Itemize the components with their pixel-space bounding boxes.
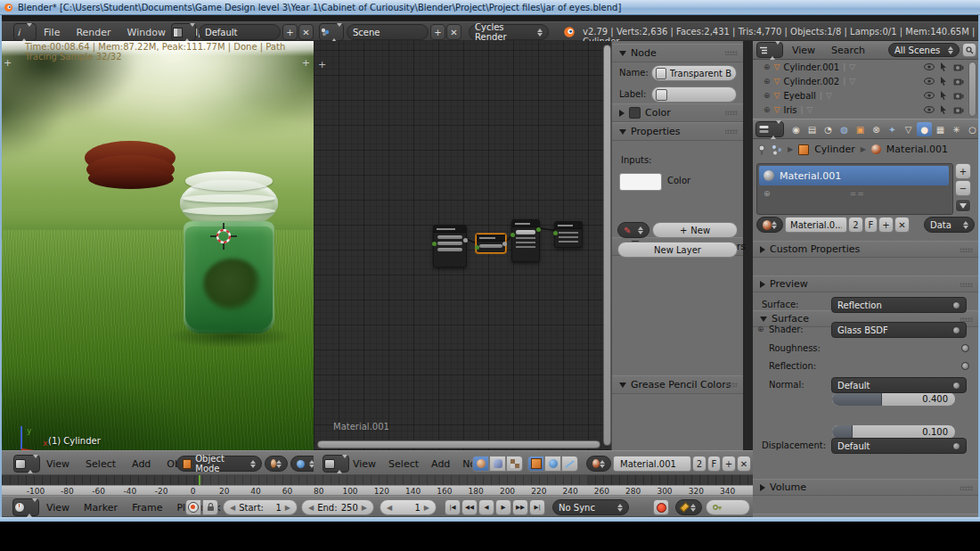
close-scene-button[interactable]: ✕ <box>446 24 461 40</box>
panel-grip[interactable] <box>960 248 973 252</box>
scene-selector-icon-button[interactable] <box>319 23 344 41</box>
visibility-eye-icon[interactable] <box>924 63 935 70</box>
tab-object-data[interactable]: ▽ <box>901 122 916 136</box>
viewport-editor-type-button[interactable] <box>13 455 40 473</box>
renderable-camera-icon[interactable] <box>953 92 964 100</box>
node-glass-bsdf[interactable] <box>433 225 467 267</box>
window-titlebar[interactable]: Blender* [C:\Users\Student\Documents\Gam… <box>0 0 980 15</box>
normal-dropdown[interactable]: Default <box>831 377 967 393</box>
renderable-camera-icon[interactable] <box>953 106 964 114</box>
node-editor-canvas[interactable]: + <box>314 41 611 450</box>
selectable-cursor-icon[interactable] <box>940 62 947 71</box>
viewport-3d[interactable]: Time:00:08.64 | Mem:87.22M, Peak:111.77M… <box>2 41 314 450</box>
unlink-material-button[interactable]: ✕ <box>737 456 751 472</box>
node-material-output[interactable] <box>554 221 583 248</box>
outliner-editor-type-button[interactable] <box>756 42 783 58</box>
object-name[interactable]: Cylinder.002 <box>783 77 839 86</box>
tab-particles[interactable]: ✳ <box>949 122 964 136</box>
viewport-menu-item[interactable]: Add <box>132 458 151 470</box>
timeline-editor-type-button[interactable] <box>12 498 39 516</box>
tab-world[interactable]: ◍ <box>837 122 852 136</box>
selectable-cursor-icon[interactable] <box>940 77 947 86</box>
panel-grip[interactable] <box>960 486 973 490</box>
panel-header-custom-properties[interactable]: Custom Properties <box>753 241 978 258</box>
node-transparent-bsdf-selected[interactable] <box>476 234 506 253</box>
pin-icon[interactable] <box>757 144 766 155</box>
panel-grip[interactable] <box>725 51 738 55</box>
outliner-menu-item[interactable]: Search <box>831 45 865 56</box>
material-browse-dropdown[interactable] <box>586 456 611 472</box>
node-mix-shader[interactable] <box>511 219 540 262</box>
node-editor-hscrollbar[interactable] <box>317 440 600 448</box>
panel-grip[interactable] <box>725 129 738 134</box>
material-users-button[interactable]: 2 <box>848 217 863 233</box>
tab-modifiers[interactable]: ✦ <box>885 122 900 136</box>
surface-dropdown[interactable]: Reflection <box>831 297 967 313</box>
properties-editor-type-button[interactable] <box>755 121 784 137</box>
scene-field[interactable]: Scene <box>347 24 429 40</box>
unlink-material-button[interactable]: ✕ <box>894 217 910 233</box>
node-socket[interactable] <box>502 242 507 246</box>
remove-material-slot-button[interactable]: − <box>955 180 971 196</box>
timeline-ruler[interactable]: -100-80-60-40-20020406080100120140160180… <box>2 485 753 496</box>
tab-texture[interactable]: ▦ <box>933 122 948 136</box>
close-layout-button[interactable]: ✕ <box>298 24 314 40</box>
expand-icon[interactable]: ⊕ <box>764 77 771 86</box>
tab-physics[interactable]: ○ <box>965 122 978 136</box>
timeline-frames-strip[interactable] <box>2 475 753 485</box>
screen-layout-icon-button[interactable] <box>171 23 196 41</box>
gp-new-button[interactable]: +New <box>652 222 738 238</box>
tab-material-active[interactable]: ● <box>917 122 932 136</box>
drag-grip-icon[interactable]: == <box>850 189 865 198</box>
playback-button[interactable]: ▶| <box>529 499 545 515</box>
keying-set-dropdown[interactable] <box>675 499 702 515</box>
info-menu-item[interactable]: File <box>44 27 60 38</box>
new-material-button[interactable]: + <box>722 456 736 472</box>
viewport-menu-item[interactable]: View <box>46 458 69 470</box>
outliner-scope-dropdown[interactable]: All Scenes <box>888 43 960 57</box>
shader-type-material-toggle[interactable] <box>472 456 489 472</box>
breadcrumb-object[interactable]: Cylinder <box>814 144 855 155</box>
new-material-button[interactable]: + <box>878 217 894 233</box>
tab-constraints[interactable]: ⊗ <box>869 122 884 136</box>
frame-start-field[interactable]: ◀Start:1▶ <box>223 499 298 515</box>
playback-button[interactable]: |◀ <box>445 499 461 515</box>
tab-scene[interactable]: ◔ <box>821 122 836 136</box>
material-specials-button[interactable] <box>955 199 971 212</box>
selectable-cursor-icon[interactable] <box>940 105 947 114</box>
node-socket[interactable] <box>510 233 515 237</box>
current-frame-marker[interactable] <box>199 475 200 485</box>
context-world-toggle[interactable] <box>544 456 561 472</box>
panel-header-properties[interactable]: Properties <box>612 122 743 141</box>
current-frame-field[interactable]: ◀1▶ <box>380 499 437 515</box>
node-editor-type-button[interactable] <box>323 455 349 473</box>
playback-button[interactable]: ◀ <box>478 499 494 515</box>
object-name[interactable]: Iris <box>783 105 796 115</box>
viewport-region-expand-icon[interactable]: + <box>4 57 12 69</box>
input-color-swatch[interactable] <box>619 173 662 191</box>
auto-keyframe-button[interactable] <box>185 499 201 515</box>
material-slot-selected[interactable]: Material.001 <box>759 166 949 185</box>
expand-icon[interactable]: ⊕ <box>764 91 771 100</box>
renderable-camera-icon[interactable] <box>953 63 964 71</box>
playback-button[interactable]: ◀◀ <box>461 499 478 515</box>
shader-expand[interactable]: ⊕ <box>757 325 764 333</box>
outliner-row-eyeball[interactable]: ⊕ ▽ Eyeball |▽ <box>753 88 965 103</box>
material-users-button[interactable]: 2 <box>692 456 706 472</box>
context-linestyle-toggle[interactable] <box>561 456 578 472</box>
material-name-field[interactable]: Material.0... <box>785 217 847 233</box>
add-material-slot-button[interactable]: + <box>955 163 971 179</box>
panel-header-gp-colors[interactable]: Grease Pencil Colors <box>612 375 743 394</box>
node-socket[interactable] <box>536 227 541 232</box>
node-editor-menu-item[interactable]: Add <box>431 458 450 470</box>
panel-header-node[interactable]: Node <box>612 44 743 62</box>
viewport-npanel-expand-icon[interactable]: + <box>302 57 310 69</box>
node-socket[interactable] <box>553 231 558 235</box>
node-label-field[interactable] <box>651 86 737 103</box>
panel-header-volume[interactable]: Volume <box>753 479 978 496</box>
shader-type-world-toggle[interactable] <box>489 456 506 472</box>
tab-object[interactable]: ▣ <box>853 122 868 136</box>
sync-dropdown[interactable]: No Sync <box>552 499 629 515</box>
expand-icon[interactable]: ⊕ <box>764 62 771 71</box>
shader-dropdown[interactable]: Glass BSDF <box>831 322 967 338</box>
